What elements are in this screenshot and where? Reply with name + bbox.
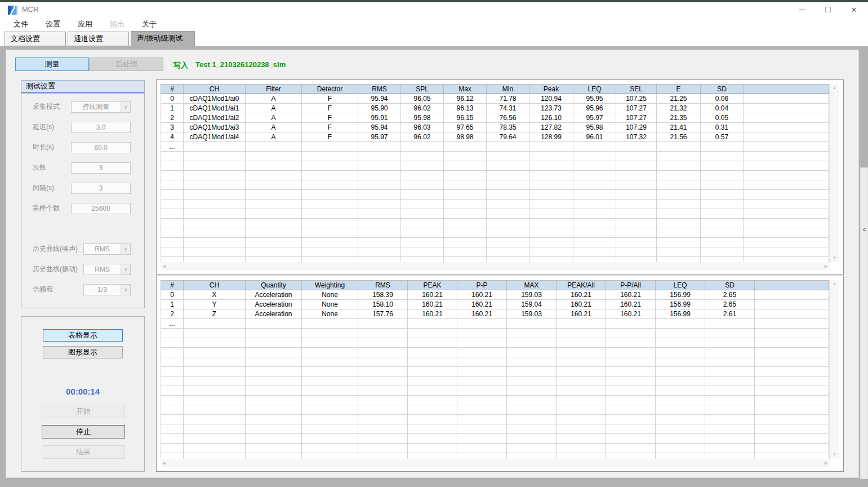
column-header[interactable]: Weighting	[302, 281, 358, 290]
history-curve-vibration-select[interactable]: RMS∨	[83, 264, 131, 275]
empty-row[interactable]	[161, 357, 829, 367]
table-row[interactable]: 4cDAQ1Mod1/ai4AF95.9796.0298.9879.64128.…	[161, 132, 829, 142]
scroll-left-icon[interactable]: ◀	[161, 263, 167, 271]
sample-count-field[interactable]: 25600	[71, 203, 131, 214]
empty-row[interactable]	[161, 190, 829, 200]
duration-field[interactable]: 60.0	[71, 142, 131, 153]
octave-select[interactable]: 1/3∨	[83, 284, 131, 295]
column-header[interactable]: Detector	[302, 85, 358, 94]
scroll-left-icon[interactable]: ◀	[161, 459, 167, 467]
empty-row[interactable]	[161, 238, 829, 247]
column-header[interactable]: Min	[487, 85, 529, 94]
empty-row[interactable]	[161, 329, 829, 338]
column-header[interactable]: SD	[705, 281, 755, 290]
table-row[interactable]: 0XAccelerationNone158.39160.21160.21159.…	[161, 290, 829, 300]
column-header[interactable]: PEAK/All	[557, 281, 606, 290]
empty-row[interactable]	[161, 444, 829, 453]
column-header[interactable]: P-P	[457, 281, 507, 290]
count-field[interactable]: 3	[71, 162, 131, 174]
empty-row[interactable]	[161, 405, 829, 415]
column-header[interactable]: PEAK	[408, 281, 457, 290]
column-header[interactable]: Filter	[246, 85, 302, 94]
column-header[interactable]: Quantity	[246, 281, 302, 290]
table-display-button[interactable]: 表格显示	[43, 329, 123, 342]
scroll-down-icon[interactable]: ▼	[831, 451, 839, 459]
column-header[interactable]: CH	[184, 281, 246, 290]
history-curve-noise-select[interactable]: RMS∨	[83, 244, 131, 255]
column-header[interactable]: LEQ	[573, 85, 616, 94]
scroll-right-icon[interactable]: ▶	[823, 263, 830, 271]
empty-row[interactable]	[161, 424, 829, 434]
delay-field[interactable]: 3.0	[71, 122, 131, 133]
column-header[interactable]: MAX	[507, 281, 557, 290]
column-header[interactable]: RMS	[358, 85, 401, 94]
empty-row[interactable]	[161, 180, 829, 190]
column-header[interactable]: #	[161, 85, 184, 94]
table-row[interactable]: 2cDAQ1Mod1/ai2AF95.9195.9896.1576.56126.…	[161, 113, 829, 123]
empty-row[interactable]	[161, 453, 829, 459]
tab-channel-settings[interactable]: 通道设置	[68, 32, 129, 46]
column-header[interactable]: CH	[184, 85, 246, 94]
menu-item-about[interactable]: 关于	[135, 19, 163, 29]
table-row[interactable]: 3cDAQ1Mod1/ai3AF95.9496.0397.6578.35127.…	[161, 123, 829, 132]
minimize-button[interactable]	[789, 2, 815, 17]
column-header[interactable]: SD	[701, 85, 744, 94]
post-process-button[interactable]: 后处理	[89, 57, 163, 71]
scroll-down-icon[interactable]: ▼	[831, 254, 839, 262]
column-header[interactable]	[744, 85, 829, 94]
menu-item-output[interactable]: 输出	[103, 19, 131, 29]
empty-row[interactable]	[161, 228, 829, 238]
column-header[interactable]: P-P/All	[606, 281, 656, 290]
ellipsis-row[interactable]: ...	[161, 142, 829, 152]
interval-field[interactable]: 3	[71, 183, 131, 194]
empty-row[interactable]	[161, 152, 829, 161]
close-button[interactable]: ✕	[841, 2, 867, 17]
empty-row[interactable]	[161, 171, 829, 180]
empty-row[interactable]	[161, 257, 829, 263]
table-row[interactable]: 2ZAccelerationNone157.76160.21160.21159.…	[161, 309, 829, 319]
empty-row[interactable]	[161, 396, 829, 405]
column-header[interactable]	[755, 281, 829, 290]
acquisition-mode-select[interactable]: 持续测量∨	[71, 101, 131, 113]
graph-display-button[interactable]: 图形显示	[43, 346, 123, 358]
empty-row[interactable]	[161, 415, 829, 424]
scroll-up-icon[interactable]: ▲	[831, 84, 839, 92]
start-button[interactable]: 开始	[42, 405, 125, 418]
right-scrollbar-track[interactable]	[860, 167, 868, 479]
vibration-table-hscrollbar[interactable]: ◀ ▶	[161, 459, 830, 467]
column-header[interactable]: Peak	[529, 85, 573, 94]
column-header[interactable]: Max	[444, 85, 487, 94]
menu-item-file[interactable]: 文件	[7, 19, 35, 29]
empty-row[interactable]	[161, 386, 829, 396]
menu-item-settings[interactable]: 设置	[39, 19, 67, 29]
table-row[interactable]: 1YAccelerationNone158.10160.21160.21159.…	[161, 300, 829, 309]
tab-document-settings[interactable]: 文档设置	[5, 32, 66, 46]
ellipsis-row[interactable]: ...	[161, 319, 829, 329]
empty-row[interactable]	[161, 209, 829, 219]
column-header[interactable]: #	[161, 281, 184, 290]
collapse-panel-handle[interactable]: <	[861, 225, 867, 234]
menu-item-application[interactable]: 应用	[71, 19, 99, 29]
vibration-table-vscrollbar[interactable]: ▲ ▼	[830, 280, 839, 459]
column-header[interactable]: LEQ	[656, 281, 705, 290]
measure-button[interactable]: 测量	[15, 57, 89, 71]
empty-row[interactable]	[161, 247, 829, 257]
stop-button[interactable]: 停止	[42, 425, 125, 439]
result-button[interactable]: 结果	[42, 445, 125, 459]
scroll-right-icon[interactable]: ▶	[823, 459, 830, 467]
empty-row[interactable]	[161, 377, 829, 386]
empty-row[interactable]	[161, 434, 829, 444]
empty-row[interactable]	[161, 348, 829, 357]
empty-row[interactable]	[161, 338, 829, 348]
sound-table-hscrollbar[interactable]: ◀ ▶	[161, 262, 830, 271]
column-header[interactable]: SPL	[401, 85, 444, 94]
column-header[interactable]: E	[657, 85, 701, 94]
empty-row[interactable]	[161, 161, 829, 171]
table-row[interactable]: 0cDAQ1Mod1/ai0AF95.9496.0596.1271.78120.…	[161, 94, 829, 104]
table-row[interactable]: 1cDAQ1Mod1/ai1AF95.9096.0296.1374.31123.…	[161, 104, 829, 113]
maximize-button[interactable]	[815, 2, 841, 17]
column-header[interactable]: RMS	[358, 281, 408, 290]
empty-row[interactable]	[161, 200, 829, 209]
empty-row[interactable]	[161, 367, 829, 377]
scroll-up-icon[interactable]: ▲	[831, 280, 839, 288]
